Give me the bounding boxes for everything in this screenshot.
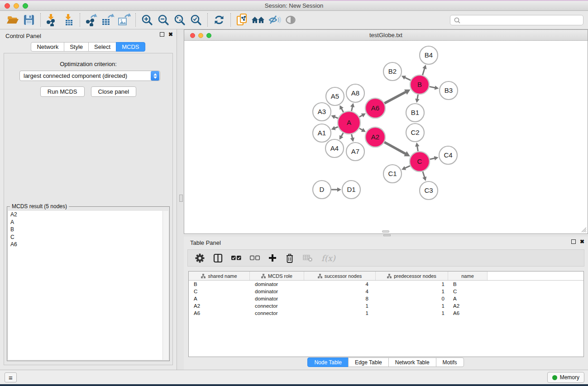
float-panel-icon[interactable] xyxy=(160,32,164,37)
mcds-result-item[interactable]: B xyxy=(8,226,168,234)
graph-edge-C-C3[interactable] xyxy=(423,172,425,177)
cell-mcds-role[interactable]: dominator xyxy=(250,281,304,287)
close-table-panel-icon[interactable]: ✖ xyxy=(580,239,584,244)
select-all-checkboxes-icon[interactable] xyxy=(231,255,241,261)
cell-name[interactable]: B xyxy=(448,281,488,287)
tab-style[interactable]: Style xyxy=(64,42,89,52)
delete-column-icon[interactable] xyxy=(285,253,294,263)
cell-predecessor-nodes[interactable]: 1 xyxy=(376,289,448,294)
cell-predecessor-nodes[interactable]: 1 xyxy=(376,310,448,316)
graph-node-B1[interactable]: B1 xyxy=(406,104,424,122)
graph-edge-A-A6[interactable] xyxy=(359,115,363,117)
graph-node-A8[interactable]: A8 xyxy=(346,84,364,102)
minimize-window-button[interactable] xyxy=(14,3,19,9)
resize-grip-icon[interactable] xyxy=(581,227,587,233)
add-column-icon[interactable] xyxy=(268,254,277,262)
graph-edge-B-B4[interactable] xyxy=(422,68,425,75)
cell-mcds-role[interactable]: dominator xyxy=(250,289,304,294)
graph-node-A5[interactable]: A5 xyxy=(326,87,344,105)
network-zoom-button[interactable] xyxy=(206,33,211,38)
cell-mcds-role[interactable]: connector xyxy=(250,310,304,316)
run-mcds-button[interactable]: Run MCDS xyxy=(40,86,85,97)
graph-edge-B-B1[interactable] xyxy=(417,95,418,100)
mcds-result-item[interactable]: A2 xyxy=(8,211,168,219)
export-network-icon[interactable] xyxy=(83,12,100,28)
table-row[interactable]: Bdominator41B xyxy=(189,281,583,288)
network-close-button[interactable] xyxy=(190,33,195,38)
graph-node-A[interactable]: A xyxy=(338,111,360,134)
mcds-result-item[interactable]: A6 xyxy=(8,241,168,248)
search-input[interactable] xyxy=(461,15,583,25)
cell-shared-name[interactable]: B xyxy=(189,281,250,287)
cell-name[interactable]: A6 xyxy=(448,310,488,316)
table-tab-motifs[interactable]: Motifs xyxy=(436,357,464,367)
mcds-result-item[interactable]: C xyxy=(8,234,168,241)
table-tab-edge-table[interactable]: Edge Table xyxy=(348,357,389,367)
show-eye-icon[interactable] xyxy=(283,12,299,28)
graph-node-B2[interactable]: B2 xyxy=(383,62,402,81)
graph-edge-A-A4[interactable] xyxy=(341,133,344,137)
cell-successor-nodes[interactable]: 4 xyxy=(304,281,376,287)
import-table-icon[interactable] xyxy=(60,12,76,28)
column-header-shared-name[interactable]: shared name xyxy=(189,272,250,280)
graph-node-A3[interactable]: A3 xyxy=(313,103,331,121)
column-header-predecessor-nodes[interactable]: predecessor nodes xyxy=(376,272,448,280)
cell-predecessor-nodes[interactable]: 1 xyxy=(376,303,448,309)
float-table-panel-icon[interactable] xyxy=(571,239,576,244)
table-tab-network-table[interactable]: Network Table xyxy=(388,357,436,367)
close-panel-button[interactable]: Close panel xyxy=(91,86,137,97)
cell-shared-name[interactable]: A2 xyxy=(189,303,250,309)
graph-edge-A-A2[interactable] xyxy=(359,129,363,130)
graph-node-D1[interactable]: D1 xyxy=(342,181,360,199)
result-scrollbar[interactable] xyxy=(163,211,168,360)
graph-node-B3[interactable]: B3 xyxy=(440,81,458,100)
cell-predecessor-nodes[interactable]: 0 xyxy=(376,296,448,301)
network-hscroll-thumb[interactable] xyxy=(382,230,389,233)
cell-shared-name[interactable]: C xyxy=(189,289,250,294)
zoom-out-icon[interactable] xyxy=(155,12,172,28)
duplicate-network-icon[interactable] xyxy=(234,12,250,28)
save-session-icon[interactable] xyxy=(21,12,37,28)
column-header-mcds-role[interactable]: MCDS role xyxy=(250,272,304,280)
node-table[interactable]: shared nameMCDS rolesuccessor nodesprede… xyxy=(188,271,584,357)
graph-edge-B-B3[interactable] xyxy=(430,86,435,88)
network-minimize-button[interactable] xyxy=(198,33,203,38)
export-image-icon[interactable] xyxy=(116,12,132,28)
graph-node-B[interactable]: B xyxy=(410,75,429,94)
export-table-icon[interactable] xyxy=(100,12,116,28)
graph-node-A1[interactable]: A1 xyxy=(313,124,331,142)
search-field[interactable] xyxy=(450,15,583,25)
table-tab-node-table[interactable]: Node Table xyxy=(307,357,349,367)
gear-icon[interactable] xyxy=(195,253,205,263)
cell-name[interactable]: C xyxy=(448,289,488,294)
graph-edge-A-A1[interactable] xyxy=(335,127,338,128)
mcds-result-item[interactable]: A xyxy=(8,219,168,226)
table-row[interactable]: Cdominator41C xyxy=(189,288,583,295)
graph-node-C3[interactable]: C3 xyxy=(420,181,438,200)
graph-node-C1[interactable]: C1 xyxy=(383,165,402,183)
splitter-handle-vertical[interactable] xyxy=(179,195,183,202)
close-panel-icon[interactable]: ✖ xyxy=(168,32,173,37)
graph-edge-A-A7[interactable] xyxy=(352,134,353,138)
graph-node-C2[interactable]: C2 xyxy=(406,124,424,142)
graph-node-A6[interactable]: A6 xyxy=(365,98,385,118)
cell-shared-name[interactable]: A xyxy=(189,296,250,301)
graph-edge-A-A5[interactable] xyxy=(341,108,344,112)
cell-successor-nodes[interactable]: 1 xyxy=(304,303,376,309)
graph-edge-B-B2[interactable] xyxy=(405,77,411,80)
close-window-button[interactable] xyxy=(5,3,10,9)
network-canvas[interactable]: AA1A2A3A4A5A6A7A8BB1B2B3B4CC1C2C3C4DD1 xyxy=(184,41,588,234)
task-history-icon[interactable]: ≡ xyxy=(5,372,17,382)
graph-node-B4[interactable]: B4 xyxy=(420,46,438,64)
column-header-successor-nodes[interactable]: successor nodes xyxy=(304,272,376,280)
import-network-icon[interactable] xyxy=(44,12,60,28)
cell-predecessor-nodes[interactable]: 1 xyxy=(376,281,448,287)
deselect-checkboxes-icon[interactable] xyxy=(250,255,260,261)
home-networks-icon[interactable] xyxy=(250,12,267,28)
zoom-window-button[interactable] xyxy=(23,3,28,9)
graph-edge-A-A8[interactable] xyxy=(351,106,352,111)
zoom-in-icon[interactable] xyxy=(139,12,155,28)
graph-edge-C-C2[interactable] xyxy=(417,146,418,152)
cell-name[interactable]: A xyxy=(448,296,488,301)
cell-name[interactable]: A2 xyxy=(448,303,488,309)
